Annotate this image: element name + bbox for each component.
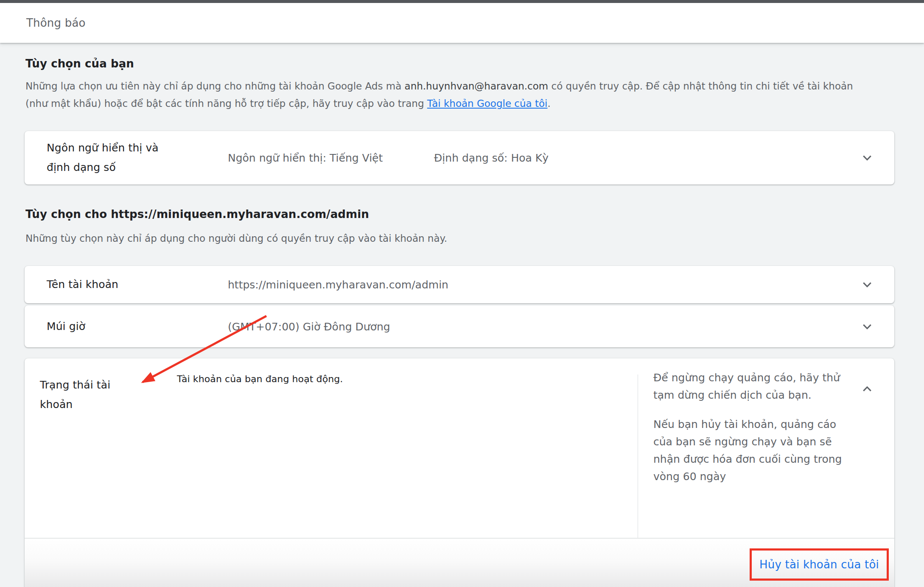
expand-account-name-row-button[interactable] — [858, 275, 876, 294]
language-format-label: Ngôn ngữ hiển thị và định dạng số — [47, 138, 178, 177]
timezone-label: Múi giờ — [47, 317, 85, 336]
chevron-down-icon — [860, 278, 874, 291]
page-header: Thông báo — [0, 3, 924, 43]
chevron-down-icon — [860, 151, 874, 165]
account-name-label: Tên tài khoản — [47, 275, 118, 294]
collapse-status-row-button[interactable] — [858, 380, 876, 398]
cancel-account-note: Nếu bạn hủy tài khoản, quảng cáo của bạn… — [653, 416, 845, 485]
account-preferences-description: Những tùy chọn này chỉ áp dụng cho người… — [25, 230, 878, 247]
expand-language-row-button[interactable] — [858, 148, 876, 167]
status-side-notes: Để ngừng chạy quảng cáo, hãy thử tạm dừn… — [653, 369, 845, 485]
your-preferences-description: Những lựa chọn ưu tiên này chỉ áp dụng c… — [25, 78, 878, 112]
expand-timezone-row-button[interactable] — [858, 317, 876, 336]
description-text: . — [547, 98, 550, 109]
account-status-text: Tài khoản của bạn đang hoạt động. — [177, 374, 343, 384]
page-title: Thông báo — [26, 17, 86, 29]
content-area: Tùy chọn của bạn Những lựa chọn ưu tiên … — [25, 0, 894, 587]
account-name-row[interactable]: Tên tài khoản https://miniqueen.myharava… — [25, 266, 894, 303]
number-format-value: Định dạng số: Hoa Kỳ — [434, 152, 549, 164]
your-preferences-heading: Tùy chọn của bạn — [25, 57, 134, 70]
account-preferences-heading: Tùy chọn cho https://miniqueen.myharavan… — [25, 208, 369, 221]
vertical-divider — [638, 375, 638, 538]
display-language-value: Ngôn ngữ hiển thị: Tiếng Việt — [228, 152, 383, 164]
language-format-row[interactable]: Ngôn ngữ hiển thị và định dạng số Ngôn n… — [25, 131, 894, 184]
preferences-page: Thông báo Tùy chọn của bạn Những lựa chọ… — [0, 0, 924, 587]
user-email: anh.huynhvan@haravan.com — [405, 81, 549, 92]
status-footer: Hủy tài khoản của tôi — [25, 539, 894, 587]
description-text: Những lựa chọn ưu tiên này chỉ áp dụng c… — [25, 81, 405, 92]
chevron-down-icon — [860, 320, 874, 333]
google-account-link[interactable]: Tài khoản Google của tôi — [427, 98, 548, 109]
window-top-edge — [0, 0, 924, 3]
account-status-label: Trạng thái tài khoản — [40, 375, 137, 414]
account-status-panel: Trạng thái tài khoản Tài khoản của bạn đ… — [25, 358, 894, 587]
cancel-account-button[interactable]: Hủy tài khoản của tôi — [759, 558, 879, 571]
chevron-up-icon — [860, 382, 874, 396]
timezone-value: (GMT+07:00) Giờ Đông Dương — [228, 320, 390, 333]
pause-campaign-note: Để ngừng chạy quảng cáo, hãy thử tạm dừn… — [653, 369, 845, 404]
timezone-row[interactable]: Múi giờ (GMT+07:00) Giờ Đông Dương — [25, 305, 894, 347]
account-name-value: https://miniqueen.myharavan.com/admin — [228, 279, 448, 291]
annotation-box: Hủy tài khoản của tôi — [750, 548, 889, 581]
